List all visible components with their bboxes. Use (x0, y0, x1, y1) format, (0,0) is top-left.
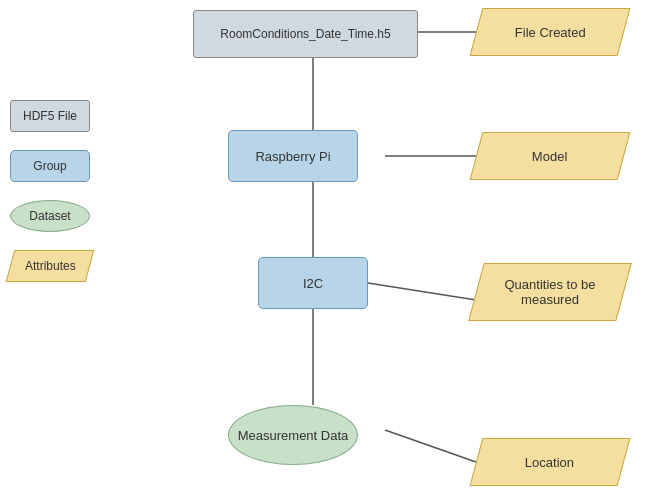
legend-dataset-label: Dataset (29, 209, 70, 223)
legend-attr-box: Attributes (6, 250, 95, 282)
roomconditions-node: RoomConditions_Date_Time.h5 (193, 10, 418, 58)
roomconditions-label: RoomConditions_Date_Time.h5 (220, 27, 390, 41)
location-label: Location (525, 455, 574, 470)
location-node: Location (470, 438, 631, 486)
svg-line-5 (368, 283, 476, 300)
legend-group-box: Group (10, 150, 90, 182)
i2c-label: I2C (303, 276, 323, 291)
model-node: Model (470, 132, 631, 180)
legend-attr-label: Attributes (25, 259, 76, 273)
legend-item-hdf5: HDF5 File (10, 100, 90, 132)
quantities-label: Quantities to be measured (477, 277, 623, 307)
legend-item-attr: Attributes (10, 250, 90, 282)
file-created-label: File Created (515, 25, 586, 40)
raspberry-node: Raspberry Pi (228, 130, 358, 182)
svg-line-6 (385, 430, 476, 462)
measurement-label: Measurement Data (238, 428, 349, 443)
legend-group-label: Group (33, 159, 66, 173)
legend-dataset-box: Dataset (10, 200, 90, 232)
i2c-node: I2C (258, 257, 368, 309)
legend: HDF5 File Group Dataset Attributes (10, 100, 90, 282)
legend-item-dataset: Dataset (10, 200, 90, 232)
quantities-node: Quantities to be measured (468, 263, 632, 321)
measurement-node: Measurement Data (228, 405, 358, 465)
legend-hdf5-label: HDF5 File (23, 109, 77, 123)
legend-hdf5-box: HDF5 File (10, 100, 90, 132)
legend-item-group: Group (10, 150, 90, 182)
file-created-node: File Created (470, 8, 631, 56)
model-label: Model (532, 149, 567, 164)
raspberry-label: Raspberry Pi (255, 149, 330, 164)
